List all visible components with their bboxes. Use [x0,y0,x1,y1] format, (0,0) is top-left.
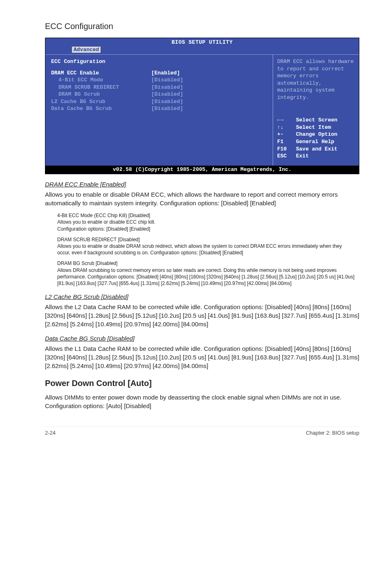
dram-ecc-enable-body: Allows you to enable or disable DRAM ECC… [45,190,359,207]
l2-cache-head: L2 Cache BG Scrub [Disabled] [45,292,359,301]
inset-scrub-l2: Allows you to enable or disable DRAM scr… [57,243,355,256]
page-footer: 2-24 Chapter 2: BIOS setup [45,426,359,437]
bios-help-key: +- [277,131,296,138]
bios-left-pane: ECC Configuration DRAM ECC Enable[Enable… [45,55,273,166]
data-cache-body: Allows the L1 Data Cache RAM to be corre… [45,344,359,370]
bios-option-row: Data Cache BG Scrub[Disabled] [51,105,269,112]
inset-bg-l1: DRAM BG Scrub [Disabled] [57,260,355,267]
bios-option-label: 4-Bit ECC Mode [51,76,151,84]
bios-box: BIOS SETUP UTILITY Advanced ECC Configur… [45,38,359,174]
bios-help-text: Select Item [296,124,331,131]
bios-option-row: DRAM ECC Enable[Enabled] [51,70,269,77]
bios-option-value: [Disabled] [151,76,200,84]
bios-option-value: [Disabled] [151,84,200,91]
bios-help-line: +-Change Option [277,131,355,138]
bios-option-value: [Disabled] [151,105,200,112]
bios-option-label: DRAM SCRUB REDIRECT [51,84,151,91]
power-down-body2: Configuration options: [Auto] [Disabled] [45,402,359,410]
dram-ecc-enable-head: DRAM ECC Enable [Enabled] [45,180,359,189]
inset-4bit-l3: Configuration options: [Disabled] [Enabl… [57,226,355,232]
bios-option-label: DRAM ECC Enable [51,70,151,77]
bios-option-row: 4-Bit ECC Mode[Disabled] [51,76,269,84]
bios-help-key: ESC [277,153,296,160]
bios-help-text: Save and Exit [296,146,337,153]
bios-right-pane: DRAM ECC allows hardware to report and c… [273,55,359,166]
bios-option-row: DRAM SCRUB REDIRECT[Disabled] [51,84,269,91]
bios-tab-row: Advanced [45,46,359,55]
inset-4bit-l1: 4-Bit ECC Mode (ECC Chip Kill) [Disabled… [57,212,355,219]
bios-help-line: ESCExit [277,153,355,160]
bios-option-label: L2 Cache BG Scrub [51,98,151,105]
bios-help-key: ←→ [277,117,296,124]
bios-help-line: ←→Select Screen [277,117,355,124]
inset-scrub-redirect: DRAM SCRUB REDIRECT [Disabled] Allows yo… [57,236,355,256]
bios-option-value: [Disabled] [151,98,200,105]
inset-bg-scrub: DRAM BG Scrub [Disabled] Allows DRAM scr… [57,260,355,287]
bios-help-key: F10 [277,146,296,153]
bios-ecc-header: ECC Configuration [51,58,269,65]
power-down-head: Power Down Control [Auto] [45,377,359,389]
footer-page-number: 2-24 [45,429,56,437]
bios-help-text: General Help [296,138,334,146]
bios-option-row: DRAM BG Scrub[Disabled] [51,91,269,98]
inset-4bit-l2: Allows you to enable or disable ECC chip… [57,219,355,225]
bios-help-line: F1General Help [277,138,355,146]
bios-help-text: Exit [296,153,309,160]
bios-option-label: DRAM BG Scrub [51,91,151,98]
bios-help-key: F1 [277,138,296,146]
inset-scrub-l1: DRAM SCRUB REDIRECT [Disabled] [57,236,355,243]
l2-cache-body: Allows the L2 Data Cache RAM to be corre… [45,303,359,328]
bios-tab-advanced: Advanced [72,47,101,53]
data-cache-head: Data Cache BG Scrub [Disabled] [45,334,359,343]
ecc-config-heading: ECC Configuration [45,20,359,32]
bios-help-text: Change Option [296,131,337,138]
bios-title: BIOS SETUP UTILITY [45,38,359,46]
bios-option-label: Data Cache BG Scrub [51,105,151,112]
bios-help-desc: DRAM ECC allows hardware to report and c… [277,58,355,101]
bios-option-value: [Enabled] [151,70,200,77]
bios-option-value: [Disabled] [151,91,200,98]
bios-help-line: ↑↓Select Item [277,124,355,131]
bios-option-row: L2 Cache BG Scrub[Disabled] [51,98,269,105]
bios-footer: v02.58 (C)Copyright 1985-2005, American … [45,166,359,174]
power-down-body1: Allows DIMMs to enter power down mode by… [45,393,359,402]
inset-4bit-ecc: 4-Bit ECC Mode (ECC Chip Kill) [Disabled… [57,212,355,232]
footer-chapter: Chapter 2: BIOS setup [306,429,359,437]
inset-bg-l2: Allows DRAM scrubbing to correct memory … [57,267,355,287]
bios-help-line: F10Save and Exit [277,146,355,153]
bios-help-key: ↑↓ [277,124,296,131]
bios-help-text: Select Screen [296,117,337,124]
